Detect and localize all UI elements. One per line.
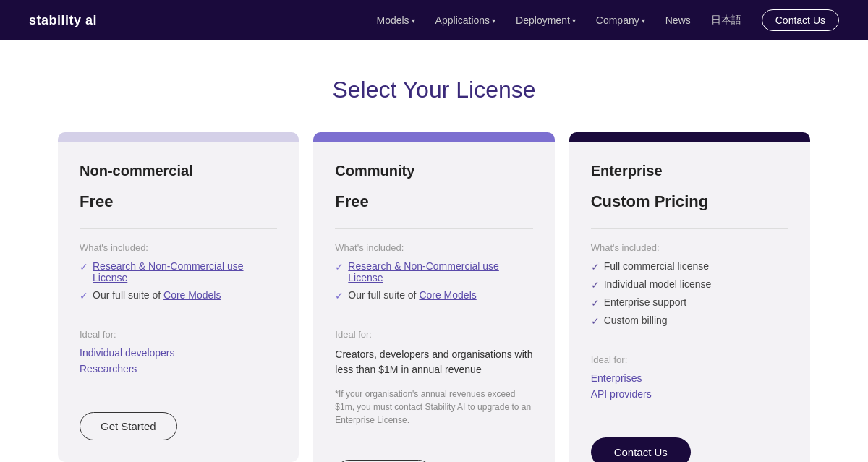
- community-footnote: *If your organisation's annual revenues …: [335, 388, 532, 427]
- chevron-down-icon: ▾: [492, 17, 495, 25]
- chevron-down-icon: ▾: [412, 17, 415, 25]
- noncommercial-cta-button[interactable]: Get Started: [80, 412, 177, 440]
- pricing-cards: Non-commercial Free What's included: ✓ R…: [58, 132, 810, 462]
- ideal-item[interactable]: Enterprises: [591, 372, 788, 384]
- enterprise-ideal-list: Enterprises API providers: [591, 372, 788, 404]
- enterprise-whats-included-label: What's included:: [591, 242, 788, 253]
- noncommercial-card: Non-commercial Free What's included: ✓ R…: [58, 132, 299, 462]
- noncommercial-whats-included-label: What's included:: [80, 242, 277, 253]
- community-core-models-link[interactable]: Core Models: [419, 289, 476, 301]
- enterprise-ideal-label: Ideal for:: [591, 354, 788, 365]
- noncommercial-title: Non-commercial: [80, 163, 277, 179]
- nav-deployment[interactable]: Deployment ▾: [516, 14, 576, 26]
- community-whats-included-label: What's included:: [335, 242, 532, 253]
- noncommercial-features: ✓ Research & Non-Commercial use License …: [80, 260, 277, 307]
- page-title: Select Your License: [58, 77, 810, 103]
- nav-contact-button[interactable]: Contact Us: [762, 9, 839, 31]
- nav-applications[interactable]: Applications ▾: [435, 14, 496, 26]
- nav-company[interactable]: Company ▾: [596, 14, 645, 26]
- divider: [335, 228, 532, 229]
- enterprise-card-header: [569, 132, 810, 142]
- check-icon: ✓: [591, 297, 600, 309]
- noncommercial-license-link[interactable]: Research & Non-Commercial use License: [93, 260, 277, 283]
- community-card-body: Community Free What's included: ✓ Resear…: [313, 142, 554, 460]
- enterprise-title: Enterprise: [591, 163, 788, 179]
- divider: [591, 228, 788, 229]
- feature-item: ✓ Research & Non-Commercial use License: [335, 260, 532, 283]
- community-ideal-label: Ideal for:: [335, 329, 532, 340]
- community-card: Community Free What's included: ✓ Resear…: [313, 132, 554, 462]
- enterprise-card-body: Enterprise Custom Pricing What's include…: [569, 142, 810, 437]
- noncommercial-footer: Get Started: [58, 412, 299, 462]
- feature-item: ✓ Our full suite of Core Models: [80, 289, 277, 301]
- nav-logo: stability ai: [29, 13, 97, 28]
- enterprise-cta-button[interactable]: Contact Us: [591, 437, 691, 462]
- ideal-item[interactable]: API providers: [591, 388, 788, 400]
- core-models-link[interactable]: Core Models: [163, 289, 221, 301]
- feature-item: ✓ Individual model license: [591, 278, 788, 291]
- noncommercial-card-body: Non-commercial Free What's included: ✓ R…: [58, 142, 299, 412]
- nav-links: Models ▾ Applications ▾ Deployment ▾ Com…: [376, 9, 839, 31]
- feature-item: ✓ Enterprise support: [591, 296, 788, 309]
- enterprise-footer: Contact Us: [569, 437, 810, 462]
- check-icon: ✓: [591, 315, 600, 327]
- feature-item: ✓ Full commercial license: [591, 260, 788, 273]
- ideal-item[interactable]: Individual developers: [80, 347, 277, 359]
- page-content: Select Your License Non-commercial Free …: [0, 40, 868, 462]
- navbar: stability ai Models ▾ Applications ▾ Dep…: [0, 0, 868, 40]
- noncommercial-ideal-list: Individual developers Researchers: [80, 347, 277, 379]
- noncommercial-price: Free: [80, 192, 277, 211]
- check-icon: ✓: [80, 261, 88, 273]
- chevron-down-icon: ▾: [572, 17, 576, 25]
- community-card-header: [313, 132, 554, 142]
- check-icon: ✓: [591, 279, 600, 291]
- check-icon: ✓: [335, 290, 344, 301]
- community-ideal-text: Creators, developers and organisations w…: [335, 347, 532, 377]
- ideal-item[interactable]: Researchers: [80, 363, 277, 375]
- nav-news[interactable]: News: [665, 14, 691, 26]
- check-icon: ✓: [80, 290, 88, 301]
- chevron-down-icon: ▾: [642, 17, 645, 25]
- community-features: ✓ Research & Non-Commercial use License …: [335, 260, 532, 307]
- feature-item: ✓ Research & Non-Commercial use License: [80, 260, 277, 283]
- community-license-link[interactable]: Research & Non-Commercial use License: [348, 260, 532, 283]
- enterprise-price: Custom Pricing: [591, 192, 788, 211]
- enterprise-card: Enterprise Custom Pricing What's include…: [569, 132, 810, 462]
- feature-item: ✓ Custom billing: [591, 315, 788, 327]
- nav-models[interactable]: Models ▾: [376, 14, 414, 26]
- community-price: Free: [335, 192, 532, 211]
- noncommercial-card-header: [58, 132, 299, 142]
- nav-japanese[interactable]: 日本語: [711, 14, 741, 27]
- enterprise-features: ✓ Full commercial license ✓ Individual m…: [591, 260, 788, 333]
- divider: [80, 228, 277, 229]
- check-icon: ✓: [591, 261, 600, 273]
- check-icon: ✓: [335, 261, 344, 273]
- community-title: Community: [335, 163, 532, 179]
- noncommercial-ideal-label: Ideal for:: [80, 329, 277, 340]
- feature-item: ✓ Our full suite of Core Models: [335, 289, 532, 301]
